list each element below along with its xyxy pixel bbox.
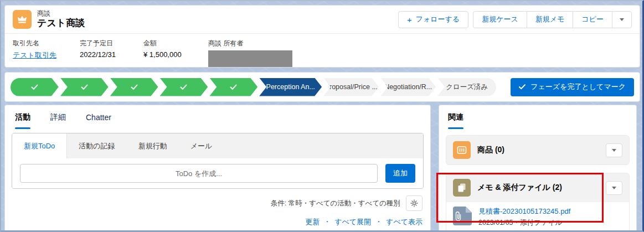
- notes-card-menu-button[interactable]: [606, 181, 622, 195]
- related-lists: 商品 (0) メモ & 添付ファイル (2): [439, 130, 636, 231]
- path-stage-complete[interactable]: [160, 78, 208, 96]
- related-tabs: 関連: [439, 105, 636, 130]
- amount-value: ¥ 1,500,000: [143, 50, 208, 59]
- page-title: テスト商談: [37, 18, 85, 29]
- check-icon: [519, 84, 525, 90]
- main-tabs: 活動 詳細 Chatter: [5, 105, 430, 130]
- related-panel-card: 関連 商品 (0) メモ & 添付ファイル (2): [439, 105, 637, 231]
- activity-composer: 新規ToDo 活動の記録 新規行動 メール 追加: [12, 133, 424, 189]
- path-stage-closed[interactable]: クローズ済み: [437, 78, 496, 96]
- composer-tabs: 新規ToDo 活動の記録 新規行動 メール: [12, 133, 423, 158]
- notes-card-header[interactable]: メモ & 添付ファイル (2): [446, 173, 629, 202]
- check-icon: [81, 84, 88, 90]
- check-icon: [131, 84, 138, 90]
- opportunity-record-page: 商談 テスト商談 + フォローする 新規ケース 新規メモ コピー: [0, 0, 644, 232]
- notes-card-title: メモ & 添付ファイル (2): [477, 183, 562, 193]
- sales-path-card: Perception An... Proposal/Price ... Nego…: [4, 72, 640, 102]
- entity-title-block: 商談 テスト商談: [37, 9, 85, 29]
- attachment-info: 見積書-20230105173245.pdf 2023/01/05・添付ファイル: [478, 207, 570, 228]
- action-button-group: 新規ケース 新規メモ コピー: [473, 11, 632, 28]
- add-todo-button[interactable]: 追加: [385, 164, 415, 183]
- gear-icon: [410, 199, 418, 207]
- tab-related[interactable]: 関連: [448, 105, 463, 130]
- field-label: 商談 所有者: [208, 39, 292, 48]
- tab-activity[interactable]: 活動: [15, 105, 30, 130]
- sales-path-track: Perception An... Proposal/Price ... Nego…: [11, 78, 496, 96]
- separator: ・: [323, 217, 331, 227]
- activity-panel-card: 活動 詳細 Chatter 新規ToDo 活動の記録 新規行動 メール 追加 条…: [4, 105, 431, 231]
- separator: ・: [375, 217, 382, 227]
- field-label: 取引先名: [13, 39, 80, 48]
- attachment-meta: 2023/01/05・添付ファイル: [478, 218, 570, 228]
- copy-button[interactable]: コピー: [573, 11, 612, 28]
- attachment-link[interactable]: 見積書-20230105173245.pdf: [478, 207, 570, 216]
- tab-new-event[interactable]: 新規行動: [127, 133, 179, 158]
- field-label: 金額: [143, 39, 208, 48]
- opportunity-crown-icon: [13, 10, 32, 29]
- chevron-down-icon: [612, 187, 616, 189]
- path-stage-complete[interactable]: [60, 78, 109, 96]
- record-header-card: 商談 テスト商談 + フォローする 新規ケース 新規メモ コピー: [4, 5, 640, 68]
- entity-label: 商談: [37, 9, 85, 18]
- path-stage-complete[interactable]: [11, 78, 59, 96]
- chevron-down-icon: [612, 149, 616, 152]
- attachment-row: 見積書-20230105173245.pdf 2023/01/05・添付ファイル: [446, 202, 629, 231]
- field-owner: 商談 所有者: [208, 39, 292, 67]
- more-actions-button[interactable]: [612, 11, 632, 28]
- check-icon: [31, 84, 38, 90]
- close-date-value: 2022/12/31: [80, 50, 143, 59]
- activity-footer-links: 更新 ・ すべて展開 ・ すべて表示: [5, 211, 430, 227]
- path-stage-complete[interactable]: [209, 78, 257, 96]
- tab-chatter[interactable]: Chatter: [86, 105, 111, 130]
- view-all-link[interactable]: すべて表示: [386, 217, 423, 227]
- chevron-down-icon: [620, 18, 624, 21]
- tab-email[interactable]: メール: [179, 133, 224, 158]
- filter-settings-button[interactable]: [406, 195, 423, 211]
- notes-icon: [453, 179, 471, 197]
- products-card-menu-button[interactable]: [606, 143, 622, 157]
- path-stage-current[interactable]: Perception An...: [259, 78, 322, 96]
- tab-new-todo[interactable]: 新規ToDo: [12, 133, 67, 158]
- plus-icon: +: [407, 15, 412, 24]
- pdf-attachment-icon: [453, 207, 472, 228]
- tab-log-activity[interactable]: 活動の記録: [67, 133, 126, 158]
- redacted-owner-value: [208, 50, 292, 67]
- account-link[interactable]: テスト取引先: [13, 50, 80, 60]
- products-card-title: 商品 (0): [477, 145, 504, 155]
- path-stage-complete[interactable]: [110, 78, 158, 96]
- field-close-date: 完了予定日 2022/12/31: [80, 39, 143, 67]
- path-stage-upcoming[interactable]: Negotiation/R...: [380, 78, 436, 96]
- path-stage-upcoming[interactable]: Proposal/Price ...: [323, 78, 379, 96]
- check-icon: [230, 84, 237, 90]
- highlights-fields-row: 取引先名 テスト取引先 完了予定日 2022/12/31 金額 ¥ 1,500,…: [5, 34, 640, 67]
- mark-stage-complete-button[interactable]: フェーズを完了としてマーク: [511, 78, 634, 96]
- refresh-link[interactable]: 更新: [305, 217, 320, 227]
- todo-input[interactable]: [20, 164, 378, 183]
- field-account: 取引先名 テスト取引先: [13, 39, 80, 67]
- check-icon: [180, 84, 187, 90]
- field-amount: 金額 ¥ 1,500,000: [143, 39, 208, 67]
- activity-filter-row: 条件: 常時・すべての活動・すべての種別: [5, 189, 430, 211]
- notes-card-body: 見積書-20230105173245.pdf 2023/01/05・添付ファイル…: [446, 202, 629, 231]
- products-icon: [453, 141, 471, 159]
- header-actions: + フォローする 新規ケース 新規メモ コピー: [398, 11, 632, 28]
- tab-details[interactable]: 詳細: [50, 105, 66, 130]
- todo-compose-row: 追加: [12, 158, 423, 188]
- new-case-button[interactable]: 新規ケース: [473, 11, 527, 28]
- notes-attachments-related-card: メモ & 添付ファイル (2) 見積書-202301: [446, 173, 630, 231]
- header-title-row: 商談 テスト商談 + フォローする 新規ケース 新規メモ コピー: [5, 6, 640, 34]
- follow-button[interactable]: + フォローする: [398, 11, 468, 28]
- new-note-button[interactable]: 新規メモ: [527, 11, 574, 28]
- filter-conditions-text: 条件: 常時・すべての活動・すべての種別: [271, 199, 400, 208]
- expand-all-link[interactable]: すべて展開: [334, 217, 371, 227]
- products-related-card: 商品 (0): [446, 135, 630, 165]
- field-label: 完了予定日: [80, 39, 143, 48]
- products-card-header[interactable]: 商品 (0): [446, 136, 629, 164]
